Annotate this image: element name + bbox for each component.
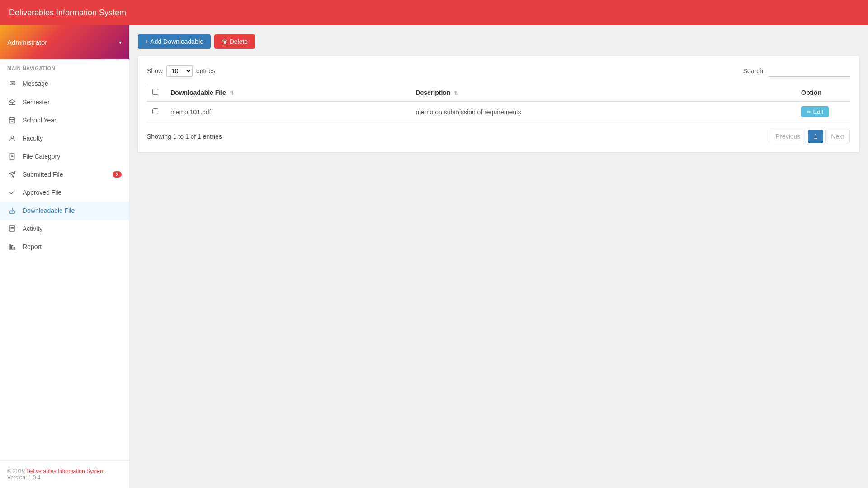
topbar: Deliverables Information System	[0, 0, 868, 25]
sidebar-username: Administrator	[7, 38, 47, 46]
sidebar-item-message[interactable]: ✉ Message	[0, 74, 129, 93]
sidebar-item-label: Approved File	[23, 189, 122, 196]
search-input[interactable]	[769, 66, 850, 77]
toolbar: + Add Downloadable 🗑 Delete	[138, 34, 859, 49]
sidebar-item-activity[interactable]: Activity	[0, 220, 129, 238]
sidebar-item-label: Faculty	[23, 135, 122, 142]
svg-point-4	[11, 136, 13, 138]
sidebar: Administrator ▾ MAIN NAVIGATION ✉ Messag…	[0, 25, 129, 488]
sidebar-item-label: Activity	[23, 225, 122, 232]
school-year-icon	[7, 117, 17, 124]
showing-entries-text: Showing 1 to 1 of 1 entries	[147, 133, 222, 140]
sidebar-item-label: Semester	[23, 99, 122, 106]
table-header-row: Downloadable File ⇅ Description ⇅ Option	[147, 84, 850, 102]
sidebar-item-semester[interactable]: Semester	[0, 93, 129, 111]
row-checkbox[interactable]	[152, 108, 158, 114]
semester-icon	[7, 99, 17, 106]
show-entries-control: Show 10 25 50 100 entries	[147, 65, 215, 77]
row-option: ✏ Edit	[796, 101, 850, 122]
show-label: Show	[147, 67, 163, 75]
file-category-icon	[7, 153, 17, 160]
header-description[interactable]: Description ⇅	[410, 84, 796, 102]
row-downloadable-file: memo 101.pdf	[165, 101, 410, 122]
sidebar-nav: ✉ Message Semester School Year Facul	[0, 74, 129, 256]
nav-section-label: MAIN NAVIGATION	[0, 59, 129, 74]
table-row: memo 101.pdf memo on submission of requi…	[147, 101, 850, 122]
header-downloadable-file[interactable]: Downloadable File ⇅	[165, 84, 410, 102]
sidebar-item-label: School Year	[23, 117, 122, 124]
sidebar-item-report[interactable]: Report	[0, 238, 129, 256]
svg-rect-16	[12, 245, 13, 249]
delete-button[interactable]: 🗑 Delete	[214, 34, 255, 49]
add-downloadable-button[interactable]: + Add Downloadable	[138, 34, 211, 49]
sort-icon-description: ⇅	[454, 90, 458, 96]
header-option: Option	[796, 84, 850, 102]
footer-app-link[interactable]: Deliverables Information System	[26, 468, 104, 474]
data-card: Show 10 25 50 100 entries Search:	[138, 56, 859, 152]
sidebar-item-label: Message	[23, 80, 122, 87]
app-title: Deliverables Information System	[9, 8, 126, 18]
sidebar-item-submitted-file[interactable]: Submitted File 2	[0, 165, 129, 183]
report-icon	[7, 243, 17, 250]
previous-button[interactable]: Previous	[770, 130, 806, 143]
pagination: Previous 1 Next	[770, 130, 850, 143]
footer-version-label: Version:	[7, 474, 28, 481]
svg-rect-17	[14, 247, 15, 249]
sidebar-item-label: File Category	[23, 153, 122, 160]
datatable-controls: Show 10 25 50 100 entries Search:	[147, 65, 850, 77]
search-label: Search:	[743, 67, 765, 75]
footer-copyright: © 2019	[7, 468, 26, 474]
sidebar-item-faculty[interactable]: Faculty	[0, 129, 129, 147]
faculty-icon	[7, 135, 17, 142]
footer-period: .	[104, 468, 106, 474]
svg-rect-0	[9, 118, 15, 123]
datatable-footer: Showing 1 to 1 of 1 entries Previous 1 N…	[147, 130, 850, 143]
approved-file-icon	[7, 189, 17, 196]
main-layout: Administrator ▾ MAIN NAVIGATION ✉ Messag…	[0, 25, 868, 488]
sidebar-footer: © 2019 Deliverables Information System. …	[0, 460, 129, 488]
sidebar-item-school-year[interactable]: School Year	[0, 111, 129, 129]
message-icon: ✉	[7, 79, 17, 88]
footer-version: 1.0.4	[28, 474, 41, 481]
sidebar-user[interactable]: Administrator ▾	[0, 25, 129, 59]
page-1-button[interactable]: 1	[808, 130, 823, 143]
svg-rect-15	[9, 244, 11, 249]
next-button[interactable]: Next	[825, 130, 850, 143]
show-entries-select[interactable]: 10 25 50 100	[166, 65, 193, 77]
submitted-file-badge: 2	[113, 171, 122, 178]
sidebar-item-label: Submitted File	[23, 171, 110, 178]
submitted-file-icon	[7, 171, 17, 178]
downloadable-file-icon	[7, 207, 17, 214]
sidebar-item-label: Report	[23, 243, 122, 250]
row-description: memo on submission of requirements	[410, 101, 796, 122]
datatable-search: Search:	[743, 66, 850, 77]
row-checkbox-cell	[147, 101, 165, 122]
activity-icon	[7, 225, 17, 232]
entries-label: entries	[196, 67, 215, 75]
edit-button[interactable]: ✏ Edit	[801, 106, 829, 117]
header-checkbox	[147, 84, 165, 102]
data-table: Downloadable File ⇅ Description ⇅ Option	[147, 84, 850, 122]
chevron-down-icon: ▾	[119, 39, 122, 46]
select-all-checkbox[interactable]	[152, 89, 158, 95]
sidebar-item-downloadable-file[interactable]: Downloadable File	[0, 202, 129, 220]
sidebar-item-approved-file[interactable]: Approved File	[0, 183, 129, 202]
sort-icon-downloadable-file: ⇅	[230, 90, 234, 96]
sidebar-item-label: Downloadable File	[23, 207, 122, 214]
main-content: + Add Downloadable 🗑 Delete Show 10 25 5…	[129, 25, 868, 488]
sidebar-item-file-category[interactable]: File Category	[0, 147, 129, 165]
